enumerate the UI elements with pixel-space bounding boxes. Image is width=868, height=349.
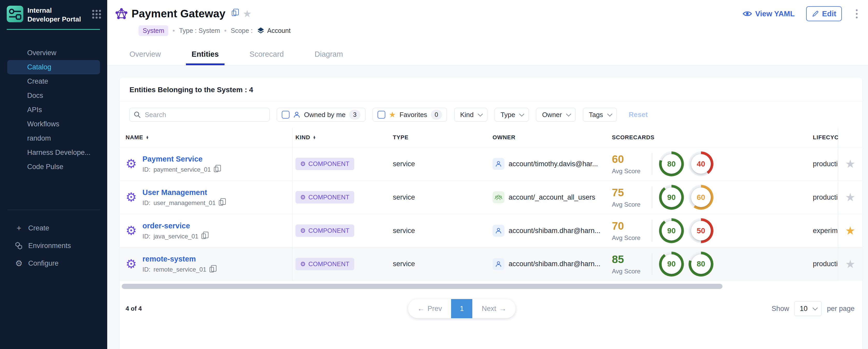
name-cell: ⚙ Payment Service ID:payment_service_01 <box>120 147 292 181</box>
row-favorite-toggle[interactable]: ★ <box>838 214 862 247</box>
app-switcher-icon[interactable] <box>92 10 101 19</box>
tab-overview[interactable]: Overview <box>124 50 166 65</box>
harness-idp-logo <box>7 6 23 22</box>
column-header-kind[interactable]: KIND ▲▼ <box>292 134 391 141</box>
sidebar-item-workflows[interactable]: Workflows <box>7 117 100 131</box>
kind-dropdown[interactable]: Kind <box>454 108 487 122</box>
sidebar-footer-environments[interactable]: Environments <box>7 237 100 254</box>
sidebar-item-catalog[interactable]: Catalog <box>7 60 100 74</box>
owned-by-me-filter[interactable]: Owned by me 3 <box>277 108 365 122</box>
copy-title-icon[interactable] <box>232 11 236 17</box>
kind-cell: ⚙ COMPONENT <box>292 191 391 203</box>
favorites-checkbox[interactable] <box>377 111 385 119</box>
copy-id-icon[interactable] <box>219 200 223 205</box>
score-gauge[interactable]: 80 <box>659 152 684 176</box>
table-row[interactable]: ⚙ Payment Service ID:payment_service_01 <box>120 147 838 181</box>
score-gauge[interactable]: 90 <box>659 185 684 210</box>
sidebar-item-create[interactable]: Create <box>7 74 100 89</box>
tab-scorecard[interactable]: Scorecard <box>244 50 289 65</box>
entity-name-link[interactable]: Payment Service <box>143 155 218 163</box>
score-gauge[interactable]: 50 <box>688 218 713 243</box>
prev-page-button[interactable]: ← Prev <box>408 299 451 318</box>
sidebar-item-overview[interactable]: Overview <box>7 46 100 60</box>
table-scroll-area[interactable]: NAME ▲▼ KIND ▲▼ TYPE OWNER SCORECARDS LI… <box>120 128 838 281</box>
arrow-right-icon: → <box>499 305 506 313</box>
next-label: Next <box>482 305 496 313</box>
score-gauge[interactable]: 80 <box>688 252 713 277</box>
copy-id-icon[interactable] <box>202 233 206 239</box>
search-input[interactable] <box>129 108 270 122</box>
horizontal-scrollbar[interactable] <box>122 284 722 289</box>
gear-icon: ⚙ <box>300 228 306 234</box>
gear-icon: ⚙ <box>300 194 306 200</box>
pagination-center: ← Prev 1 Next → <box>219 299 772 318</box>
score-gauge[interactable]: 40 <box>688 152 713 176</box>
owned-by-me-count: 3 <box>349 110 360 120</box>
owned-by-me-checkbox[interactable] <box>282 111 289 119</box>
row-favorite-toggle[interactable]: ★ <box>838 147 862 181</box>
reset-filters-button[interactable]: Reset <box>629 111 648 119</box>
page-header: Payment Gateway ★ View YAML <box>107 0 868 65</box>
more-options-kebab-icon[interactable] <box>853 8 860 20</box>
table-row[interactable]: ⚙ User Management ID:user_management_01 <box>120 181 838 214</box>
content-area: Entities Belonging to the System : 4 <box>107 65 868 349</box>
sidebar-footer-create[interactable]: + Create <box>7 219 100 237</box>
sidebar-nav: Overview Catalog Create Docs APIs Workfl… <box>0 46 107 174</box>
score-gauge[interactable]: 90 <box>659 252 684 277</box>
sidebar-item-docs[interactable]: Docs <box>7 89 100 103</box>
score-gauge[interactable]: 60 <box>688 185 713 210</box>
sidebar-item-random[interactable]: random <box>7 131 100 146</box>
gear-icon: ⚙ <box>14 259 24 267</box>
entity-kind-chip: System <box>138 25 168 36</box>
edit-button[interactable]: Edit <box>806 6 842 21</box>
sidebar-footer-create-label: Create <box>28 224 49 232</box>
favorite-entity-star-icon[interactable]: ★ <box>243 9 252 19</box>
sidebar-item-code-pulse[interactable]: Code Pulse <box>7 160 100 174</box>
chevron-down-icon <box>813 305 818 310</box>
entities-table: NAME ▲▼ KIND ▲▼ TYPE OWNER SCORECARDS LI… <box>120 128 862 281</box>
score-divider <box>652 220 652 242</box>
lifecycle-cell: production <box>788 160 838 168</box>
owner-dropdown[interactable]: Owner <box>536 108 576 122</box>
main-area: Payment Gateway ★ View YAML <box>107 0 868 349</box>
sort-icon[interactable]: ▲▼ <box>313 136 316 139</box>
entity-name-link[interactable]: User Management <box>143 188 223 197</box>
tab-diagram[interactable]: Diagram <box>309 50 349 65</box>
favorites-label: Favorites <box>400 111 427 119</box>
component-gear-icon: ⚙ <box>126 224 137 237</box>
row-favorite-toggle[interactable]: ★ <box>838 247 862 281</box>
type-dropdown[interactable]: Type <box>495 108 529 122</box>
filter-bar: Owned by me 3 ★ Favorites 0 Kind T <box>120 101 862 128</box>
owner-group-icon <box>493 191 504 203</box>
owner-cell: account/shibam.dhar@harn... <box>489 225 609 236</box>
entity-id: ID:payment_service_01 <box>143 166 218 173</box>
tab-entities[interactable]: Entities <box>186 50 224 65</box>
column-header-name[interactable]: NAME ▲▼ <box>120 128 292 147</box>
next-page-button[interactable]: Next → <box>472 299 516 318</box>
plus-icon: + <box>14 224 24 232</box>
type-cell: service <box>391 193 489 201</box>
sidebar-item-harness-developer[interactable]: Harness Develope... <box>7 146 100 160</box>
table-row[interactable]: ⚙ remote-system ID:remote_service_01 <box>120 247 838 281</box>
row-favorite-toggle[interactable]: ★ <box>838 181 862 214</box>
copy-id-icon[interactable] <box>210 267 214 273</box>
tags-dropdown[interactable]: Tags <box>583 108 617 122</box>
sidebar-footer-configure[interactable]: ⚙ Configure <box>7 254 100 272</box>
page-number-button[interactable]: 1 <box>451 299 472 318</box>
table-row[interactable]: ⚙ order-service ID:java_service_01 <box>120 214 838 247</box>
chevron-down-icon <box>519 111 524 117</box>
sidebar-item-apis[interactable]: APIs <box>7 103 100 117</box>
page-size-value: 10 <box>800 305 807 313</box>
search-icon <box>134 111 141 118</box>
owned-by-me-label: Owned by me <box>304 111 345 119</box>
view-yaml-button[interactable]: View YAML <box>743 9 795 18</box>
favorites-column-header <box>838 128 862 147</box>
copy-id-icon[interactable] <box>214 167 218 172</box>
entity-name-link[interactable]: remote-system <box>143 255 214 263</box>
favorites-filter[interactable]: ★ Favorites 0 <box>373 108 447 122</box>
page-size-select[interactable]: 10 <box>794 301 822 316</box>
entity-name-link[interactable]: order-service <box>143 222 206 230</box>
page-title: Payment Gateway <box>131 7 225 20</box>
score-gauge[interactable]: 90 <box>659 218 684 243</box>
sort-icon[interactable]: ▲▼ <box>146 136 149 139</box>
